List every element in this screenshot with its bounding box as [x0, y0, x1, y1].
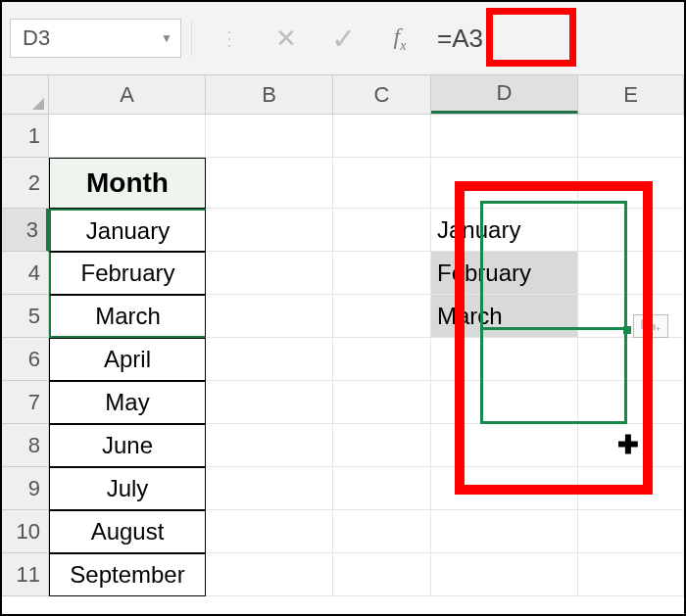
cell-D1[interactable]	[431, 115, 578, 158]
cell-C2[interactable]	[333, 158, 431, 209]
chevron-down-icon[interactable]: ▼	[153, 31, 180, 45]
svg-rect-0	[642, 320, 650, 328]
cell-E7[interactable]	[578, 381, 684, 424]
cell-A11[interactable]: September	[49, 553, 206, 596]
cell-E6[interactable]	[578, 338, 684, 381]
cell-A3[interactable]: January	[49, 209, 206, 252]
cell-A7[interactable]: May	[49, 381, 206, 424]
select-all-corner[interactable]	[2, 75, 49, 114]
cell-C6[interactable]	[333, 338, 431, 381]
cell-E2[interactable]	[578, 158, 684, 209]
name-box[interactable]: D3 ▼	[10, 19, 181, 58]
col-header-E[interactable]: E	[578, 75, 684, 114]
spreadsheet-grid[interactable]: A B C D E 1 2 Month 3 January January	[2, 75, 684, 596]
enter-icon[interactable]: ✓	[329, 22, 357, 56]
cell-E3[interactable]	[578, 209, 684, 252]
fill-handle[interactable]	[623, 326, 631, 334]
cell-D7[interactable]	[431, 381, 578, 424]
cell-B11[interactable]	[206, 553, 333, 596]
formula-bar-icons: ⋮ ✕ ✓ fx	[202, 22, 414, 56]
cell-D5[interactable]: March	[431, 295, 578, 338]
col-header-B[interactable]: B	[206, 75, 333, 114]
cell-B2[interactable]	[206, 158, 333, 209]
cell-D8[interactable]	[431, 424, 578, 467]
cell-C7[interactable]	[333, 381, 431, 424]
formula-input[interactable]: =A3	[423, 20, 497, 58]
cell-D11[interactable]	[431, 553, 578, 596]
cell-D4[interactable]: February	[431, 252, 578, 295]
col-header-D[interactable]: D	[431, 75, 578, 114]
cell-D10[interactable]	[431, 510, 578, 553]
cell-C1[interactable]	[333, 115, 431, 158]
cell-C11[interactable]	[333, 553, 431, 596]
row-header-2[interactable]: 2	[2, 158, 49, 209]
cell-B4[interactable]	[206, 252, 333, 295]
cell-E10[interactable]	[578, 510, 684, 553]
col-header-C[interactable]: C	[333, 75, 431, 114]
cell-D9[interactable]	[431, 467, 578, 510]
cell-D2[interactable]	[431, 158, 578, 209]
cell-A9[interactable]: July	[49, 467, 206, 510]
cell-B5[interactable]	[206, 295, 333, 338]
row-header-4[interactable]: 4	[2, 252, 49, 295]
cell-B9[interactable]	[206, 467, 333, 510]
cell-C9[interactable]	[333, 467, 431, 510]
cell-A8[interactable]: June	[49, 424, 206, 467]
column-headers: A B C D E	[2, 75, 684, 115]
cell-B1[interactable]	[206, 115, 333, 158]
cell-C4[interactable]	[333, 252, 431, 295]
cell-D6[interactable]	[431, 338, 578, 381]
autofill-icon: +	[641, 319, 661, 333]
cell-E8[interactable]	[578, 424, 684, 467]
row-header-9[interactable]: 9	[2, 467, 49, 510]
row-header-1[interactable]: 1	[2, 115, 49, 158]
cell-A2-header[interactable]: Month	[49, 158, 206, 209]
cell-A10[interactable]: August	[49, 510, 206, 553]
cell-A5[interactable]: March	[49, 295, 206, 338]
row-header-8[interactable]: 8	[2, 424, 49, 467]
cell-A4[interactable]: February	[49, 252, 206, 295]
autofill-options-button[interactable]: +	[633, 314, 668, 338]
cell-E11[interactable]	[578, 553, 684, 596]
cell-B10[interactable]	[206, 510, 333, 553]
name-box-value: D3	[11, 25, 153, 51]
row-header-11[interactable]: 11	[2, 553, 49, 596]
row-header-10[interactable]: 10	[2, 510, 49, 553]
cancel-icon[interactable]: ✕	[272, 24, 300, 54]
cell-B3[interactable]	[206, 209, 333, 252]
fx-icon[interactable]: fx	[386, 24, 414, 54]
cell-C5[interactable]	[333, 295, 431, 338]
cell-E4[interactable]	[578, 252, 684, 295]
cell-D3[interactable]: January	[431, 209, 578, 252]
cell-C8[interactable]	[333, 424, 431, 467]
row-header-3[interactable]: 3	[2, 209, 49, 252]
cell-E1[interactable]	[578, 115, 684, 158]
cell-C10[interactable]	[333, 510, 431, 553]
col-header-A[interactable]: A	[49, 75, 206, 114]
row-header-5[interactable]: 5	[2, 295, 49, 338]
cell-B6[interactable]	[206, 338, 333, 381]
cell-E9[interactable]	[578, 467, 684, 510]
cell-A6[interactable]: April	[49, 338, 206, 381]
cell-B8[interactable]	[206, 424, 333, 467]
row-header-6[interactable]: 6	[2, 338, 49, 381]
more-icon: ⋮	[216, 26, 243, 50]
formula-bar: D3 ▼ ⋮ ✕ ✓ fx =A3	[2, 2, 684, 75]
rows: 1 2 Month 3 January January 4 February	[2, 115, 684, 596]
cell-B7[interactable]	[206, 381, 333, 424]
row-header-7[interactable]: 7	[2, 381, 49, 424]
separator	[191, 21, 192, 56]
cell-A1[interactable]	[49, 115, 206, 158]
svg-text:+: +	[656, 324, 661, 333]
cell-C3[interactable]	[333, 209, 431, 252]
